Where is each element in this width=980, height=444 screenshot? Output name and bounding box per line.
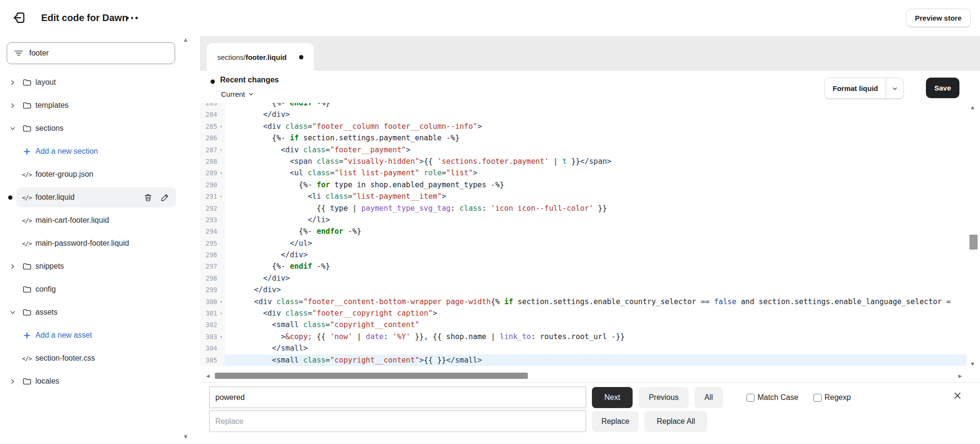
tree-item-label: assets	[35, 308, 57, 317]
save-button[interactable]: Save	[926, 78, 959, 98]
tree-item-label: config	[35, 285, 56, 294]
scroll-down-icon[interactable]: ▼	[971, 362, 974, 366]
tree-item-templates[interactable]: templates	[0, 94, 191, 117]
tree-item-snippets[interactable]: snippets	[0, 255, 191, 278]
code-line-286: 286 {%- if section.settings.payment_enab…	[200, 132, 967, 144]
code-line-297: 297 {%- endif -%}	[200, 261, 967, 272]
line-number: 286	[200, 132, 217, 144]
tree-item-label: footer-group.json	[35, 170, 93, 179]
fold-spacer	[217, 261, 225, 272]
horizontal-scrollbar-thumb[interactable]	[215, 373, 528, 379]
delete-file-icon[interactable]	[144, 193, 153, 202]
tree-item-main-cart-footer-liquid[interactable]: </>main-cart-footer.liquid	[0, 209, 191, 232]
line-number: 302	[200, 319, 217, 330]
fold-spacer	[217, 156, 225, 167]
tree-item-label: main-cart-footer.liquid	[35, 216, 109, 225]
fold-arrow-icon[interactable]: ▾	[217, 121, 225, 132]
tree-item-locales[interactable]: locales	[0, 370, 191, 393]
find-next-button[interactable]: Next	[592, 387, 633, 408]
file-search-box[interactable]	[7, 42, 175, 64]
fold-arrow-icon[interactable]: ▾	[217, 167, 225, 179]
fold-spacer	[217, 226, 225, 237]
editor-panel: sections/footer.liquid Recent changes Cu…	[200, 36, 980, 444]
version-dropdown[interactable]: Current	[221, 90, 254, 98]
tree-item-config[interactable]: config	[0, 278, 191, 301]
scroll-left-icon[interactable]: ◀	[206, 374, 210, 378]
replace-button[interactable]: Replace	[592, 411, 639, 432]
find-previous-button[interactable]: Previous	[639, 387, 689, 408]
editor-toolbar: Recent changes Current Format liquid Sav…	[200, 71, 980, 103]
sidebar-scroll-down-icon[interactable]: ▼	[184, 434, 188, 439]
fold-arrow-icon[interactable]: ▾	[217, 144, 225, 156]
code-line-285: 285▾ <div class="footer__column footer__…	[200, 121, 967, 132]
format-liquid-label: Format liquid	[825, 78, 886, 99]
tree-item-assets[interactable]: assets	[0, 301, 191, 324]
replace-all-button[interactable]: Replace All	[645, 411, 707, 432]
format-options-chevron-icon[interactable]	[886, 78, 903, 99]
line-number: 298	[200, 273, 217, 284]
format-liquid-button[interactable]: Format liquid	[824, 78, 904, 99]
add-icon	[21, 148, 33, 155]
code-line-294: 294 {%- endfor -%}	[200, 226, 967, 237]
vertical-scrollbar-thumb[interactable]	[969, 235, 978, 250]
fold-spacer	[217, 203, 225, 214]
chevron-right-icon[interactable]	[10, 80, 16, 86]
code-file-icon: </>	[21, 240, 33, 247]
scroll-right-icon[interactable]: ▶	[958, 374, 962, 378]
folder-icon	[21, 307, 33, 318]
line-number: 295	[200, 238, 217, 249]
fold-arrow-icon[interactable]: ▾	[217, 307, 225, 319]
rename-file-icon[interactable]	[160, 193, 169, 202]
code-file-icon: </>	[21, 355, 33, 362]
chevron-right-icon[interactable]	[10, 378, 16, 385]
tree-item-label: snippets	[35, 262, 64, 271]
close-find-icon[interactable]	[950, 388, 965, 403]
tree-item-section-footer-css[interactable]: </>section-footer.css	[0, 347, 191, 370]
code-line-302: 302 <small class="copyright__content"	[200, 319, 967, 330]
line-number: 305	[200, 354, 217, 366]
tree-item-add-a-new-asset[interactable]: Add a new asset	[0, 324, 191, 347]
code-line-305: 305 <small class="copyright__content">{{…	[200, 354, 967, 366]
replace-input[interactable]	[209, 410, 586, 432]
tree-item-add-a-new-section[interactable]: Add a new section	[0, 140, 191, 163]
tree-item-sections[interactable]: sections	[0, 117, 191, 140]
tree-item-layout[interactable]: layout	[0, 71, 191, 94]
line-number: 299	[200, 284, 217, 296]
fold-arrow-icon[interactable]: ▾	[217, 191, 225, 202]
line-number: 283	[200, 103, 217, 109]
line-number: 289	[200, 167, 217, 179]
chevron-right-icon[interactable]	[10, 102, 16, 109]
fold-spacer	[217, 214, 225, 226]
more-actions-icon[interactable]	[126, 0, 138, 36]
filter-icon	[13, 48, 24, 58]
tab-footer-liquid[interactable]: sections/footer.liquid	[207, 43, 314, 71]
chevron-down-icon[interactable]	[10, 309, 16, 316]
code-editor[interactable]: 283 {%- endif -%}284 </div>285▾ <div cla…	[200, 103, 967, 372]
tree-item-main-password-footer-liquid[interactable]: </>main-password-footer.liquid	[0, 232, 191, 255]
preview-store-button[interactable]: Preview store	[906, 9, 971, 27]
tree-item-footer-liquid[interactable]: </>footer.liquid	[0, 186, 191, 209]
code-file-icon: </>	[21, 194, 33, 201]
folder-icon	[21, 376, 33, 387]
chevron-right-icon[interactable]	[10, 263, 16, 270]
exit-icon[interactable]	[10, 8, 29, 27]
fold-spacer	[217, 109, 225, 120]
find-input[interactable]	[209, 387, 586, 408]
scroll-up-icon[interactable]: ▲	[971, 105, 974, 110]
fold-arrow-icon[interactable]: ▾	[217, 331, 225, 342]
regexp-checkbox[interactable]	[813, 394, 822, 402]
chevron-down-icon[interactable]	[10, 125, 16, 132]
fold-arrow-icon[interactable]: ▾	[217, 296, 225, 307]
file-search-input[interactable]	[28, 48, 175, 58]
tree-item-label: Add a new asset	[35, 331, 92, 340]
line-number: 294	[200, 226, 217, 237]
find-all-button[interactable]: All	[694, 387, 723, 408]
sidebar-scroll-up-icon[interactable]: ▲	[184, 37, 188, 42]
match-case-checkbox[interactable]	[746, 394, 755, 402]
recent-changes-dot	[211, 80, 215, 84]
line-number: 287	[200, 144, 217, 156]
code-line-283: 283 {%- endif -%}	[200, 103, 967, 109]
tree-item-footer-group-json[interactable]: </>footer-group.json	[0, 163, 191, 186]
tab-filename: footer.liquid	[245, 53, 287, 61]
code-editor-app: Edit code for Dawn Preview store layoutt…	[0, 0, 980, 444]
